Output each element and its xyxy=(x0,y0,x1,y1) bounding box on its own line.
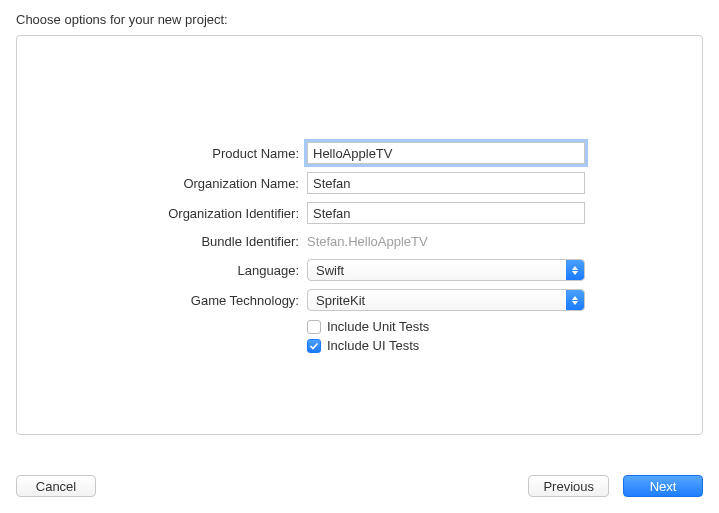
bundle-identifier-value: Stefan.HelloAppleTV xyxy=(307,232,585,251)
previous-button[interactable]: Previous xyxy=(528,475,609,497)
organization-name-label: Organization Name: xyxy=(17,176,307,191)
dialog-title: Choose options for your new project: xyxy=(0,0,719,35)
options-panel: Product Name: Organization Name: Organiz… xyxy=(16,35,703,435)
language-label: Language: xyxy=(17,263,307,278)
dialog-footer: Cancel Previous Next xyxy=(16,475,703,497)
next-button[interactable]: Next xyxy=(623,475,703,497)
options-form: Product Name: Organization Name: Organiz… xyxy=(17,142,702,365)
include-ui-tests-label: Include UI Tests xyxy=(327,338,419,353)
updown-icon xyxy=(566,260,584,280)
bundle-identifier-label: Bundle Identifier: xyxy=(17,234,307,249)
organization-identifier-input[interactable] xyxy=(307,202,585,224)
cancel-button[interactable]: Cancel xyxy=(16,475,96,497)
game-technology-label: Game Technology: xyxy=(17,293,307,308)
organization-name-input[interactable] xyxy=(307,172,585,194)
include-ui-tests-checkbox[interactable] xyxy=(307,339,321,353)
organization-identifier-label: Organization Identifier: xyxy=(17,206,307,221)
game-technology-select-value: SpriteKit xyxy=(316,293,365,308)
language-select[interactable]: Swift xyxy=(307,259,585,281)
game-technology-select[interactable]: SpriteKit xyxy=(307,289,585,311)
include-unit-tests-checkbox[interactable] xyxy=(307,320,321,334)
product-name-input[interactable] xyxy=(307,142,585,164)
product-name-label: Product Name: xyxy=(17,146,307,161)
include-unit-tests-label: Include Unit Tests xyxy=(327,319,429,334)
updown-icon xyxy=(566,290,584,310)
language-select-value: Swift xyxy=(316,263,344,278)
